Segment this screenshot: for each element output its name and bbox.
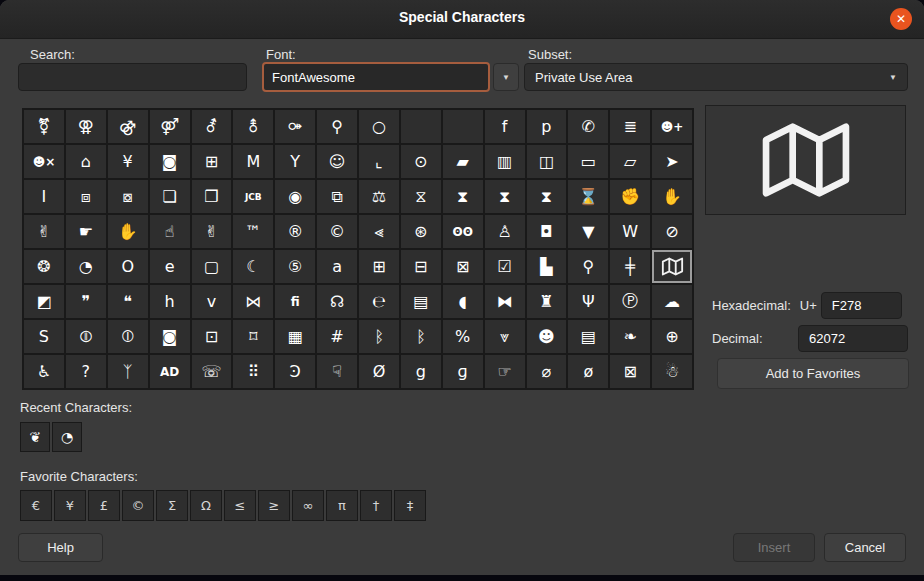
recent-char-fa-apple[interactable]: ❦ bbox=[20, 422, 50, 452]
char-cell-fa-map-o[interactable] bbox=[652, 250, 692, 283]
char-cell-fa-volume-control-phone[interactable]: ☏ bbox=[192, 355, 232, 388]
char-cell-fa-train[interactable]: ◙ bbox=[150, 145, 190, 178]
char-cell-fa-venus-double[interactable]: ⚢ bbox=[66, 110, 106, 143]
char-cell-fa-mars-stroke-h[interactable]: ⚩ bbox=[275, 110, 315, 143]
char-cell-fa-viadeo-square[interactable]: ⊠ bbox=[610, 355, 650, 388]
favorite-char-cell[interactable]: ¥ bbox=[54, 490, 86, 521]
empty-cell[interactable] bbox=[443, 110, 483, 143]
insert-button[interactable]: Insert bbox=[733, 533, 815, 562]
favorite-char-cell[interactable]: ∞ bbox=[292, 490, 324, 521]
char-cell-fa-opera[interactable]: O bbox=[108, 250, 148, 283]
char-cell-fa-battery-quarter[interactable]: ▭ bbox=[568, 145, 608, 178]
favorite-char-cell[interactable]: © bbox=[122, 490, 154, 521]
char-cell-fa-gg[interactable]: ⪡ bbox=[359, 215, 399, 248]
char-cell-fa-assistive-listening-systems[interactable]: Ͽ bbox=[275, 355, 315, 388]
char-cell-fa-cc-jcb[interactable]: JCB bbox=[233, 180, 273, 213]
char-cell-fa-battery-full[interactable]: ▰ bbox=[443, 145, 483, 178]
char-cell-fa-shopping-bag[interactable]: ⌑ bbox=[233, 320, 273, 353]
char-cell-fa-shopping-basket[interactable]: ▦ bbox=[275, 320, 315, 353]
char-cell-fa-codiepie[interactable]: ◖ bbox=[443, 285, 483, 318]
char-cell-fa-percent[interactable]: % bbox=[443, 320, 483, 353]
char-cell-fa-mars-double[interactable]: ⚣ bbox=[108, 110, 148, 143]
favorite-char-cell[interactable]: £ bbox=[88, 490, 120, 521]
char-cell-fa-hourglass-start[interactable]: ⧗ bbox=[443, 180, 483, 213]
font-input[interactable]: FontAwesome bbox=[262, 62, 490, 92]
char-cell-fa-firefox[interactable]: ◔ bbox=[66, 250, 106, 283]
char-cell-fa-chrome[interactable]: ❂ bbox=[24, 250, 64, 283]
char-cell-fa-odnoklassniki-square[interactable]: ◘ bbox=[527, 215, 567, 248]
char-cell-fa-medium[interactable]: M bbox=[233, 145, 273, 178]
char-cell-fa-gg-circle[interactable]: ⊛ bbox=[401, 215, 441, 248]
char-cell-fa-expeditedssl[interactable]: ⊙ bbox=[401, 145, 441, 178]
char-cell-fa-battery-three-quarters[interactable]: ▥ bbox=[485, 145, 525, 178]
char-cell-fa-object-group[interactable]: ⧈ bbox=[66, 180, 106, 213]
char-cell-fa-i-cursor[interactable]: Ⅰ bbox=[24, 180, 64, 213]
char-cell-fa-battery-half[interactable]: ◫ bbox=[527, 145, 567, 178]
char-cell-fa-credit-card-alt[interactable]: ▤ bbox=[401, 285, 441, 318]
char-cell-fa-hand-peace-o[interactable]: ✌ bbox=[192, 215, 232, 248]
decimal-value-input[interactable]: 62072 bbox=[798, 325, 908, 352]
char-cell-fa-audio-description[interactable]: AD bbox=[150, 355, 190, 388]
char-cell-fa-pinterest-p[interactable]: p bbox=[527, 110, 567, 143]
char-cell-fa-clone[interactable]: ⧉ bbox=[317, 180, 357, 213]
char-cell-fa-amazon[interactable]: a bbox=[317, 250, 357, 283]
char-cell-fa-hourglass[interactable]: ⌛ bbox=[568, 180, 608, 213]
char-cell-fa-american-sign-language-interpreting[interactable]: ☟ bbox=[317, 355, 357, 388]
char-cell-fa-contao[interactable]: ☾ bbox=[233, 250, 273, 283]
char-cell-fa-hourglass-half[interactable]: ⧗ bbox=[485, 180, 525, 213]
char-cell-fa-viadeo[interactable]: ø bbox=[568, 355, 608, 388]
char-cell-fa-fort-awesome[interactable]: ♜ bbox=[527, 285, 567, 318]
char-cell-fa-whatsapp[interactable]: ✆ bbox=[568, 110, 608, 143]
char-cell-fa-trademark[interactable]: ™ bbox=[233, 215, 273, 248]
char-cell-fa-get-pocket[interactable]: ▼ bbox=[568, 215, 608, 248]
recent-char-fa-firefox[interactable]: ◔ bbox=[52, 422, 82, 452]
char-cell-fa-hand-spock-o[interactable]: ✋ bbox=[108, 215, 148, 248]
char-cell-fa-venus-mars[interactable]: ⚤ bbox=[150, 110, 190, 143]
char-cell-fa-mars-stroke-v[interactable]: ⚨ bbox=[233, 110, 273, 143]
char-cell-fa-calendar-plus-o[interactable]: ⊞ bbox=[359, 250, 399, 283]
char-cell-fa-bed[interactable]: ⌂ bbox=[66, 145, 106, 178]
favorite-char-cell[interactable]: ‡ bbox=[394, 490, 426, 521]
char-cell-fa-hand-lizard-o[interactable]: ☛ bbox=[66, 215, 106, 248]
char-cell-fa-hourglass-end[interactable]: ⧗ bbox=[527, 180, 567, 213]
char-cell-fa-hand-pointer-o[interactable]: ☝ bbox=[150, 215, 190, 248]
char-cell-fa-user-plus[interactable]: ☻+ bbox=[652, 110, 692, 143]
char-cell-fa-bluetooth[interactable]: ᛒ bbox=[359, 320, 399, 353]
char-cell-fa-universal-access[interactable]: ⊕ bbox=[652, 320, 692, 353]
char-cell-fa-transgender-alt[interactable]: ⚧ bbox=[24, 110, 64, 143]
char-cell-fa-map[interactable]: ◩ bbox=[24, 285, 64, 318]
char-cell-fa-hand-rock-o[interactable]: ✊ bbox=[610, 180, 650, 213]
char-cell-fa-blind[interactable]: ᛉ bbox=[108, 355, 148, 388]
font-dropdown-button[interactable]: ▼ bbox=[493, 63, 519, 91]
char-cell-fa-television[interactable]: ▢ bbox=[192, 250, 232, 283]
char-cell-fa-mars-stroke[interactable]: ⚦ bbox=[192, 110, 232, 143]
char-cell-fa-wpbeginner[interactable]: ☻ bbox=[527, 320, 567, 353]
char-cell-fa-cc-diners-club[interactable]: ◉ bbox=[275, 180, 315, 213]
favorite-char-cell[interactable]: † bbox=[360, 490, 392, 521]
char-cell-fa-low-vision[interactable]: ⌀ bbox=[527, 355, 567, 388]
char-cell-fa-bluetooth-b[interactable]: ᛒ bbox=[401, 320, 441, 353]
cancel-button[interactable]: Cancel bbox=[824, 533, 906, 562]
char-cell-fa-wpforms[interactable]: ▤ bbox=[568, 320, 608, 353]
char-cell-fa-calendar-minus-o[interactable]: ⊟ bbox=[401, 250, 441, 283]
favorite-char-cell[interactable]: Ω bbox=[190, 490, 222, 521]
char-cell-fa-vimeo[interactable]: v bbox=[192, 285, 232, 318]
char-cell-fa-edge[interactable]: ℮ bbox=[359, 285, 399, 318]
char-cell-fa-balance-scale[interactable]: ⚖ bbox=[359, 180, 399, 213]
char-cell-fa-deaf[interactable]: Ø bbox=[359, 355, 399, 388]
char-cell-fa-object-ungroup[interactable]: ⧇ bbox=[108, 180, 148, 213]
char-cell-fa-server[interactable]: ≣ bbox=[610, 110, 650, 143]
char-cell-fa-glide[interactable]: g bbox=[401, 355, 441, 388]
char-cell-fa-usb[interactable]: Ψ bbox=[568, 285, 608, 318]
char-cell-fa-mouse-pointer[interactable]: ➤ bbox=[652, 145, 692, 178]
favorite-char-cell[interactable]: ≤ bbox=[224, 490, 256, 521]
char-cell-fa-black-tie[interactable]: ⋈ bbox=[233, 285, 273, 318]
char-cell-fa-braille[interactable]: ⠿ bbox=[233, 355, 273, 388]
char-cell-fa-safari[interactable]: ⊘ bbox=[652, 215, 692, 248]
char-cell-fa-battery-empty[interactable]: ▱ bbox=[610, 145, 650, 178]
char-cell-fa-sticky-note[interactable]: ❏ bbox=[150, 180, 190, 213]
char-cell-fa-product-hunt[interactable]: Ⓟ bbox=[610, 285, 650, 318]
subset-select[interactable]: Private Use Area ▼ bbox=[524, 63, 908, 91]
char-cell-fa-tripadvisor[interactable]: ʘʘ bbox=[443, 215, 483, 248]
char-cell-fa-user-times[interactable]: ☻× bbox=[24, 145, 64, 178]
